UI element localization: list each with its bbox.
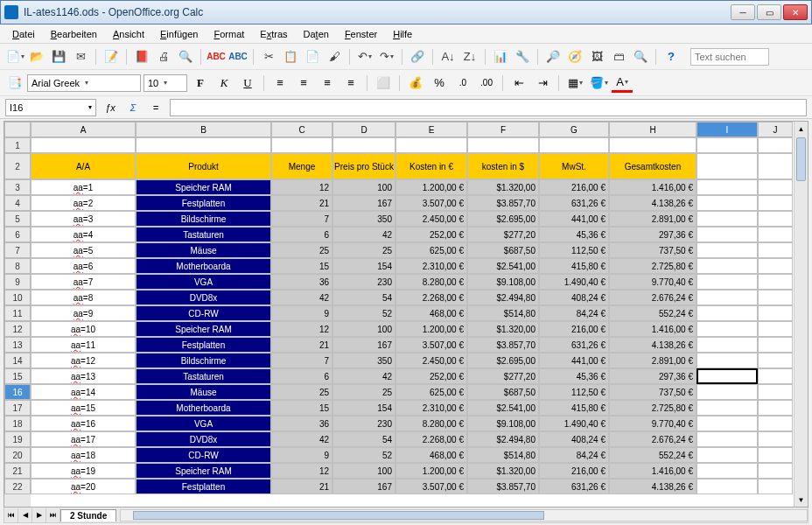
- tab-next-button[interactable]: ▶: [32, 508, 46, 522]
- cell[interactable]: 100: [332, 463, 396, 479]
- open-button[interactable]: 📂: [27, 47, 46, 66]
- styles-button[interactable]: 📑: [5, 74, 24, 93]
- cell[interactable]: 3.507,00 €: [396, 195, 467, 211]
- row-header-3[interactable]: 3: [4, 179, 31, 195]
- tab-last-button[interactable]: ⏭: [46, 508, 60, 522]
- cell[interactable]: 3.507,00 €: [396, 479, 467, 494]
- cell[interactable]: $687,50: [467, 242, 539, 258]
- cell[interactable]: aa=20: [31, 479, 136, 494]
- cell[interactable]: [696, 384, 758, 400]
- cell[interactable]: Speicher RAM: [136, 179, 271, 195]
- cell[interactable]: aa=7: [31, 274, 136, 290]
- cell[interactable]: aa=16: [31, 416, 136, 431]
- header-cell[interactable]: Produkt: [136, 153, 271, 179]
- cell[interactable]: [696, 447, 758, 463]
- cell[interactable]: aa=6: [31, 258, 136, 274]
- fx-wizard-button[interactable]: ƒx: [102, 99, 119, 116]
- cell[interactable]: aa=15: [31, 400, 136, 416]
- cell[interactable]: [467, 137, 539, 153]
- vscroll-thumb[interactable]: [796, 137, 806, 181]
- row-header-22[interactable]: 22: [4, 479, 31, 494]
- fontcolor-button[interactable]: A▾: [612, 74, 633, 93]
- cell[interactable]: 8.280,00 €: [396, 274, 467, 290]
- cell[interactable]: 552,24 €: [609, 305, 696, 321]
- help-button[interactable]: ?: [662, 47, 681, 66]
- zoom-button[interactable]: 🔍: [631, 47, 650, 66]
- cell[interactable]: 350: [332, 353, 396, 368]
- cell[interactable]: 54: [332, 431, 396, 447]
- cell[interactable]: 25: [271, 384, 332, 400]
- cell[interactable]: 52: [332, 305, 396, 321]
- cell[interactable]: [758, 431, 793, 447]
- cell[interactable]: $2.695,00: [467, 353, 539, 368]
- cell[interactable]: $9.108,00: [467, 416, 539, 431]
- cell[interactable]: 4.138,26 €: [609, 479, 696, 494]
- align-right-button[interactable]: ≡: [317, 74, 338, 93]
- cell[interactable]: 21: [271, 337, 332, 353]
- cell[interactable]: 7: [271, 353, 332, 368]
- row-header-11[interactable]: 11: [4, 305, 31, 321]
- cell[interactable]: 552,24 €: [609, 447, 696, 463]
- cell[interactable]: [31, 137, 136, 153]
- chart-button[interactable]: 📊: [491, 47, 510, 66]
- sort-asc-button[interactable]: A↓: [438, 47, 458, 66]
- cell[interactable]: 2.310,00 €: [396, 400, 467, 416]
- cell[interactable]: 42: [332, 227, 396, 242]
- cell[interactable]: 9: [271, 447, 332, 463]
- header-cell[interactable]: Kosten in €: [396, 153, 467, 179]
- cell[interactable]: [696, 274, 758, 290]
- edit-button[interactable]: 📝: [102, 47, 121, 66]
- cell[interactable]: [758, 179, 793, 195]
- cell[interactable]: [696, 463, 758, 479]
- cell[interactable]: 1.490,40 €: [539, 416, 609, 431]
- cell[interactable]: 408,24 €: [539, 431, 609, 447]
- cell[interactable]: [758, 137, 793, 153]
- cell[interactable]: 441,00 €: [539, 211, 609, 227]
- cell[interactable]: 4.138,26 €: [609, 195, 696, 211]
- cell[interactable]: 84,24 €: [539, 305, 609, 321]
- cell[interactable]: [696, 368, 758, 384]
- cell[interactable]: $1.320,00: [467, 321, 539, 337]
- cell[interactable]: 12: [271, 463, 332, 479]
- search-input[interactable]: [690, 48, 769, 66]
- cell[interactable]: 9: [271, 305, 332, 321]
- cell[interactable]: 350: [332, 211, 396, 227]
- cell[interactable]: Mäuse: [136, 242, 271, 258]
- cell[interactable]: 297,36 €: [609, 227, 696, 242]
- cell[interactable]: 6: [271, 368, 332, 384]
- row-header-8[interactable]: 8: [4, 258, 31, 274]
- cell[interactable]: Festplatten: [136, 337, 271, 353]
- cell[interactable]: 2.891,00 €: [609, 353, 696, 368]
- header-cell[interactable]: Preis pro Stück: [332, 153, 396, 179]
- cell[interactable]: $3.857,70: [467, 479, 539, 494]
- col-header-C[interactable]: C: [271, 122, 332, 137]
- cell[interactable]: 42: [271, 290, 332, 305]
- header-cell[interactable]: Gesamtkosten: [609, 153, 696, 179]
- cell[interactable]: 4.138,26 €: [609, 337, 696, 353]
- cell[interactable]: [696, 137, 758, 153]
- cell[interactable]: 154: [332, 258, 396, 274]
- menu-einfuegen[interactable]: Einfügen: [153, 27, 205, 41]
- header-cell[interactable]: [696, 153, 758, 179]
- row-header-21[interactable]: 21: [4, 463, 31, 479]
- save-button[interactable]: 💾: [49, 47, 68, 66]
- cell[interactable]: Festplatten: [136, 195, 271, 211]
- cell[interactable]: aa=9: [31, 305, 136, 321]
- grid[interactable]: ABCDEFGHIJ A/AProduktMengePreis pro Stüc…: [31, 122, 794, 507]
- cell[interactable]: 100: [332, 321, 396, 337]
- cell[interactable]: aa=14: [31, 384, 136, 400]
- cell[interactable]: 21: [271, 479, 332, 494]
- underline-button[interactable]: U: [237, 74, 258, 93]
- dec-indent-button[interactable]: ⇤: [508, 74, 529, 93]
- col-header-J[interactable]: J: [758, 122, 793, 137]
- row-header-1[interactable]: 1: [4, 137, 31, 153]
- cell[interactable]: 2.450,00 €: [396, 353, 467, 368]
- cell[interactable]: $277,20: [467, 227, 539, 242]
- cell[interactable]: 12: [271, 321, 332, 337]
- autospell-button[interactable]: ABC: [228, 47, 248, 66]
- cell[interactable]: 42: [332, 368, 396, 384]
- pdf-button[interactable]: 📕: [132, 47, 151, 66]
- cell[interactable]: [696, 305, 758, 321]
- sheet-tab-active[interactable]: 2 Stunde: [60, 509, 116, 522]
- cell[interactable]: 15: [271, 258, 332, 274]
